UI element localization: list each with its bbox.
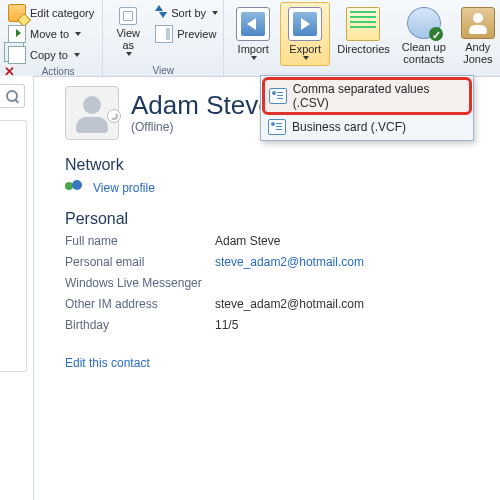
personal-email-value[interactable]: steve_adam2@hotmail.com <box>215 255 490 269</box>
directories-button[interactable]: Directories <box>332 2 395 66</box>
personal-fields: Full name Adam Steve Personal email stev… <box>65 234 490 332</box>
birthday-label: Birthday <box>65 318 215 332</box>
import-icon <box>236 7 270 41</box>
contact-status: (Offline) <box>131 120 273 134</box>
presence-offline-icon <box>107 109 121 123</box>
ribbon: Edit category Move to Copy to Actions Vi… <box>0 0 500 77</box>
preview-button[interactable]: Preview <box>151 24 222 44</box>
contact-name: Adam Steve <box>131 92 273 118</box>
group-label-view: View <box>107 64 219 78</box>
network-buddy-icon <box>65 180 83 196</box>
export-csv-label: Comma separated values (.CSV) <box>293 82 465 110</box>
view-as-button[interactable]: View as <box>107 2 149 64</box>
import-label: Import <box>238 43 269 55</box>
export-button[interactable]: Export <box>280 2 330 66</box>
cleanup-label: Clean up contacts <box>402 41 446 65</box>
personal-email-label: Personal email <box>65 255 215 269</box>
export-label: Export <box>289 43 321 55</box>
directories-label: Directories <box>337 43 390 55</box>
copy-to-button[interactable]: Copy to <box>4 45 98 65</box>
chevron-down-icon <box>126 52 132 56</box>
export-csv-item[interactable]: Comma separated values (.CSV) <box>262 77 472 115</box>
contact-card-icon <box>269 88 287 104</box>
edit-category-label: Edit category <box>30 7 94 19</box>
move-to-button[interactable]: Move to <box>4 24 98 44</box>
chevron-down-icon <box>212 11 218 15</box>
export-vcf-item[interactable]: Business card (.VCF) <box>262 115 472 139</box>
edit-contact-link[interactable]: Edit this contact <box>65 356 490 370</box>
search-icon <box>6 90 19 102</box>
copy-to-icon <box>8 46 26 64</box>
copy-to-label: Copy to <box>30 49 68 61</box>
account-user-button[interactable]: Andy Jones <box>453 2 500 66</box>
personal-section-title: Personal <box>65 210 490 228</box>
full-name-label: Full name <box>65 234 215 248</box>
network-section-title: Network <box>65 156 490 174</box>
chevron-down-icon <box>251 56 257 60</box>
chevron-down-icon <box>74 53 80 57</box>
ribbon-group-tools: Import Export Directories Clean up conta… <box>224 0 500 76</box>
sort-by-label: Sort by <box>171 7 206 19</box>
contact-card-icon <box>268 119 286 135</box>
import-button[interactable]: Import <box>228 2 278 66</box>
wlm-value <box>215 276 490 290</box>
other-im-value: steve_adam2@hotmail.com <box>215 297 490 311</box>
chevron-down-icon <box>303 56 309 60</box>
view-profile-link[interactable]: View profile <box>93 181 155 195</box>
edit-category-icon <box>8 4 26 22</box>
folder-tree[interactable] <box>0 120 27 372</box>
birthday-value: 11/5 <box>215 318 490 332</box>
view-as-icon <box>119 7 137 25</box>
contact-avatar <box>65 86 119 140</box>
account-user-label: Andy Jones <box>463 41 492 65</box>
export-icon <box>288 7 322 41</box>
chevron-down-icon <box>75 32 81 36</box>
wlm-label: Windows Live Messenger <box>65 276 215 290</box>
move-to-icon <box>8 25 26 43</box>
export-dropdown: Comma separated values (.CSV) Business c… <box>260 75 474 141</box>
full-name-value: Adam Steve <box>215 234 490 248</box>
preview-icon <box>155 25 173 43</box>
sort-icon <box>155 5 167 21</box>
view-as-label: View as <box>116 27 140 51</box>
edit-category-button[interactable]: Edit category <box>4 3 98 23</box>
move-to-label: Move to <box>30 28 69 40</box>
cleanup-icon <box>407 7 441 39</box>
preview-label: Preview <box>177 28 216 40</box>
sort-by-button[interactable]: Sort by <box>151 3 222 23</box>
user-avatar-icon <box>461 7 495 39</box>
directories-icon <box>346 7 380 41</box>
search-input[interactable] <box>0 84 25 108</box>
export-vcf-label: Business card (.VCF) <box>292 120 406 134</box>
ribbon-group-view: View as Sort by Preview View <box>103 0 224 76</box>
other-im-label: Other IM address <box>65 297 215 311</box>
ribbon-group-actions: Edit category Move to Copy to Actions <box>0 0 103 76</box>
cleanup-contacts-button[interactable]: Clean up contacts <box>397 2 451 66</box>
